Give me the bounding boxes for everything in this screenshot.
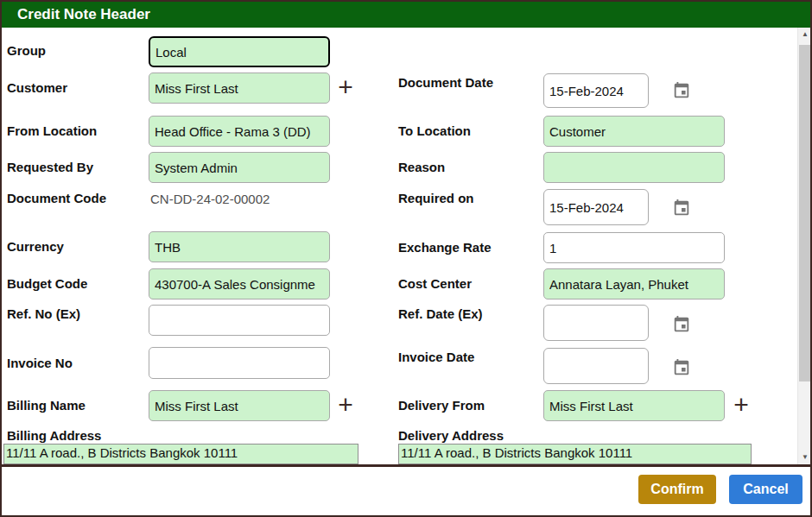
document-date-input[interactable] <box>543 73 649 108</box>
scroll-up-icon[interactable]: ▲ <box>798 28 812 41</box>
confirm-button[interactable]: Confirm <box>638 475 716 504</box>
billing-name-label: Billing Name <box>7 398 86 413</box>
billing-name-input[interactable] <box>149 390 330 421</box>
reason-label: Reason <box>398 160 445 174</box>
group-label: Group <box>7 43 46 58</box>
footer-divider <box>2 464 810 467</box>
delivery-from-label: Delivery From <box>398 398 485 413</box>
to-location-input[interactable] <box>543 116 725 147</box>
currency-label: Currency <box>7 239 64 254</box>
budget-code-input[interactable] <box>149 268 330 299</box>
invoice-date-label: Invoice Date <box>398 350 474 364</box>
scrollbar-thumb[interactable] <box>799 45 811 381</box>
customer-input[interactable] <box>149 73 330 104</box>
ref-date-ex-label: Ref. Date (Ex) <box>398 306 483 321</box>
invoice-date-calendar-icon[interactable] <box>672 358 691 377</box>
from-location-input[interactable] <box>149 116 330 147</box>
billing-address-label: Billing Address <box>7 428 101 443</box>
cost-center-label: Cost Center <box>398 276 472 291</box>
scroll-down-icon[interactable]: ▼ <box>798 451 812 464</box>
delivery-from-input[interactable] <box>543 390 725 421</box>
vertical-scrollbar[interactable]: ▲ ▼ <box>797 28 812 464</box>
from-location-label: From Location <box>7 123 97 138</box>
dialog-title: Credit Note Header <box>17 6 150 22</box>
customer-add-icon[interactable]: + <box>334 76 357 98</box>
requested-by-input[interactable] <box>149 152 330 183</box>
required-on-calendar-icon[interactable] <box>672 199 691 218</box>
invoice-no-label: Invoice No <box>7 356 73 370</box>
currency-input[interactable] <box>149 231 330 262</box>
ref-date-ex-input[interactable] <box>543 305 649 341</box>
to-location-label: To Location <box>398 123 471 138</box>
invoice-no-input[interactable] <box>149 347 330 379</box>
exchange-rate-label: Exchange Rate <box>398 240 492 255</box>
delivery-from-add-icon[interactable]: + <box>730 394 752 416</box>
ref-no-ex-label: Ref. No (Ex) <box>7 306 80 321</box>
billing-name-add-icon[interactable]: + <box>334 394 357 416</box>
invoice-date-input[interactable] <box>543 348 649 384</box>
budget-code-label: Budget Code <box>7 276 87 291</box>
customer-label: Customer <box>7 80 67 95</box>
group-input[interactable] <box>149 36 330 67</box>
dialog-titlebar: Credit Note Header <box>2 2 810 28</box>
ref-no-ex-input[interactable] <box>149 305 330 336</box>
document-date-label: Document Date <box>398 75 493 90</box>
document-date-calendar-icon[interactable] <box>672 81 691 100</box>
ref-date-ex-calendar-icon[interactable] <box>672 315 691 334</box>
cost-center-input[interactable] <box>543 268 725 299</box>
requested-by-label: Requested By <box>7 160 93 174</box>
delivery-address-textarea[interactable]: 11/11 A road., B Districts Bangkok 10111 <box>398 444 752 464</box>
exchange-rate-input[interactable] <box>543 232 725 263</box>
reason-input[interactable] <box>543 152 725 183</box>
credit-note-header-dialog: Credit Note Header Group Customer + From… <box>0 0 812 517</box>
document-code-label: Document Code <box>7 191 106 205</box>
billing-address-textarea[interactable]: 11/11 A road., B Districts Bangkok 10111 <box>3 444 358 464</box>
required-on-input[interactable] <box>543 189 649 225</box>
document-code-value: CN-DD-24-02-00002 <box>150 192 270 206</box>
cancel-button[interactable]: Cancel <box>729 475 802 504</box>
delivery-address-label: Delivery Address <box>398 428 504 443</box>
required-on-label: Required on <box>398 191 474 205</box>
